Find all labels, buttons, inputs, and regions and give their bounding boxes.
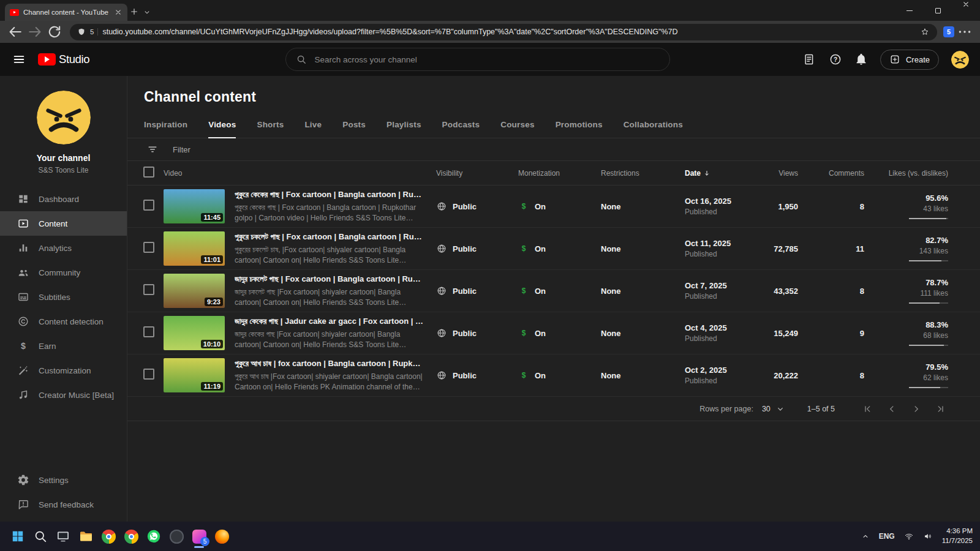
sidebar-item-label: Earn [39, 342, 56, 351]
sidebar-item[interactable]: Content [0, 211, 127, 236]
video-row[interactable]: 9:23 জাদুর চকলেট গাছ | Fox cartoon | Ban… [127, 270, 980, 312]
channel-search-bar[interactable] [285, 48, 670, 71]
row-checkbox[interactable] [143, 284, 154, 295]
back-button[interactable] [6, 23, 24, 40]
visibility-value[interactable]: Public [453, 329, 477, 338]
help-icon[interactable]: ? [829, 53, 842, 66]
video-title[interactable]: জাদুর চকলেট গাছ | Fox cartoon | Bangla c… [235, 274, 425, 284]
video-thumbnail[interactable]: 11:01 [164, 231, 225, 266]
visibility-value[interactable]: Public [453, 371, 477, 380]
content-tab[interactable]: Playlists [386, 114, 421, 138]
sidebar-item[interactable]: Community [0, 260, 127, 285]
reload-button[interactable] [45, 23, 64, 40]
browser-menu-icon[interactable] [956, 23, 974, 40]
notifications-bell-icon[interactable] [854, 53, 868, 66]
language-indicator[interactable]: ENG [879, 532, 895, 541]
tab-close-icon[interactable] [114, 8, 123, 17]
select-all-checkbox[interactable] [143, 167, 154, 178]
likes-ratio-bar [909, 260, 948, 261]
visibility-value[interactable]: Public [453, 244, 477, 253]
visibility-value[interactable]: Public [453, 202, 477, 211]
sidebar-item[interactable]: Settings [0, 468, 127, 492]
video-row[interactable]: 11:19 পুকুরে আখ চাষ | fox cartoon | Bang… [127, 354, 980, 397]
clock[interactable]: 4:36 PM 11/7/2025 [942, 527, 973, 545]
video-title[interactable]: পুকুরে কেকের গাছ | Fox cartoon | Bangla … [235, 190, 425, 200]
browser-notification-badge[interactable]: 5 [943, 26, 954, 37]
rows-per-page-select[interactable]: 30 [762, 404, 785, 414]
taskbar-app[interactable] [75, 524, 96, 549]
customization-icon [17, 364, 29, 377]
tab-list-chevron-icon[interactable] [143, 8, 151, 17]
column-header-date[interactable]: Date [685, 169, 764, 178]
video-row[interactable]: 11:01 পুকুরে চকলেট গাছ | Fox cartoon | B… [127, 228, 980, 270]
next-page-icon[interactable] [911, 403, 922, 414]
hamburger-menu-icon[interactable] [12, 53, 26, 66]
url-bar[interactable]: 5 studio.youtube.com/channel/UCuYtGhMRVo… [70, 24, 937, 40]
taskbar-app[interactable] [7, 524, 28, 549]
wifi-icon[interactable] [904, 531, 914, 541]
sidebar-item[interactable]: Customization [0, 358, 127, 383]
taskbar-app[interactable]: 5 [189, 524, 209, 549]
search-input[interactable] [314, 55, 660, 64]
sidebar-item[interactable]: $ Earn [0, 334, 127, 358]
taskbar-app[interactable] [30, 524, 51, 549]
column-header-views: Views [764, 169, 798, 178]
row-checkbox[interactable] [143, 369, 154, 380]
create-button[interactable]: Create [880, 50, 939, 70]
forward-button[interactable] [26, 23, 44, 40]
taskbar-app[interactable] [121, 524, 141, 549]
content-tab[interactable]: Promotions [556, 114, 603, 138]
browser-tab[interactable]: Channel content - YouTube Stu [5, 4, 127, 21]
prev-page-icon[interactable] [886, 403, 897, 414]
new-tab-button[interactable] [129, 7, 139, 17]
video-thumbnail[interactable]: 11:45 [164, 189, 225, 223]
video-row[interactable]: 11:45 পুকুরে কেকের গাছ | Fox cartoon | B… [127, 186, 980, 228]
channel-avatar[interactable] [37, 91, 91, 144]
account-avatar[interactable] [951, 51, 969, 69]
first-page-icon[interactable] [862, 403, 873, 414]
site-shield-icon[interactable] [77, 28, 86, 36]
visibility-value[interactable]: Public [453, 287, 477, 296]
tray-chevron-up-icon[interactable] [861, 532, 870, 541]
taskbar-app[interactable] [53, 524, 74, 549]
sidebar-item[interactable]: Content detection [0, 309, 127, 334]
content-tab[interactable]: Podcasts [442, 114, 480, 138]
row-checkbox[interactable] [143, 200, 154, 211]
sidebar-item[interactable]: Subtitles [0, 285, 127, 309]
taskbar-app[interactable] [98, 524, 119, 549]
maximize-button[interactable] [924, 0, 952, 21]
content-tab[interactable]: Shorts [257, 114, 284, 138]
taskbar-app[interactable] [211, 524, 232, 549]
video-thumbnail[interactable]: 11:19 [164, 358, 225, 392]
content-tab[interactable]: Inspiration [144, 114, 187, 138]
volume-icon[interactable] [923, 531, 933, 541]
last-page-icon[interactable] [935, 403, 946, 414]
video-title[interactable]: পুকুরে আখ চাষ | fox cartoon | Bangla car… [235, 359, 425, 369]
taskbar-app[interactable] [166, 524, 187, 549]
content-tab[interactable]: Videos [208, 114, 236, 138]
video-row[interactable]: 10:10 জাদুর কেকের গাছ | Jadur cake ar ga… [127, 312, 980, 354]
video-thumbnail[interactable]: 10:10 [164, 316, 225, 350]
content-tab[interactable]: Collaborations [624, 114, 683, 138]
content-tab[interactable]: Live [304, 114, 322, 138]
sidebar-item[interactable]: Send feedback [0, 492, 127, 517]
youtube-studio-logo[interactable]: Studio [38, 53, 89, 66]
video-thumbnail[interactable]: 9:23 [164, 274, 225, 308]
content-tab[interactable]: Posts [342, 114, 366, 138]
sidebar-item[interactable]: Analytics [0, 236, 127, 260]
favorite-star-icon[interactable] [920, 27, 930, 37]
content-tab[interactable]: Courses [500, 114, 534, 138]
chrome-icon [101, 529, 116, 544]
close-window-button[interactable] [952, 0, 980, 9]
video-title[interactable]: জাদুর কেকের গাছ | Jadur cake ar gacc | F… [235, 317, 425, 326]
sidebar-item[interactable]: Dashboard [0, 187, 127, 211]
video-title[interactable]: পুকুরে চকলেট গাছ | Fox cartoon | Bangla … [235, 232, 425, 242]
row-checkbox[interactable] [143, 326, 154, 337]
filter-bar[interactable]: Filter [127, 138, 980, 161]
feedback-survey-icon[interactable] [803, 53, 816, 66]
row-checkbox[interactable] [143, 242, 154, 253]
minimize-button[interactable] [895, 0, 924, 21]
taskbar-app[interactable] [143, 524, 164, 549]
likes-count: 111 likes [920, 289, 948, 298]
sidebar-item[interactable]: Creator Music [Beta] [0, 383, 127, 407]
